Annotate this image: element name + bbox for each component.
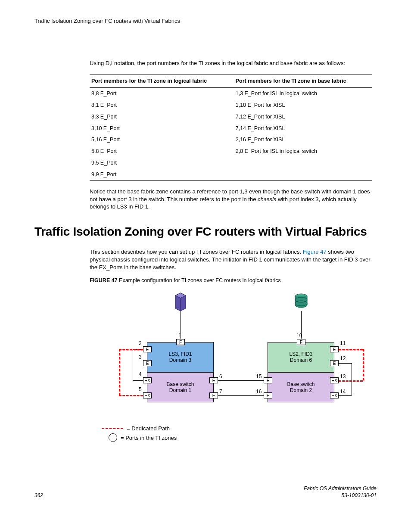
switch-base1: Base switch Domain 1 [147,372,214,402]
port-num: 1 [178,332,181,339]
port-e: E [209,392,218,398]
port-num: 7 [219,388,222,395]
table-row: 8,8 F_Port1,3 E_Port for ISL in logical … [90,87,372,99]
doc-number: 53-1003130-01 [304,492,377,499]
table-row: 9,5 E_Port [90,157,372,169]
table-row: 3,10 E_Port7,14 E_Port for XISL [90,123,372,134]
table-row: 5,16 E_Port2,16 E_Port for XISL [90,134,372,146]
initiator-icon [172,291,189,312]
port-num: 14 [340,388,346,395]
intro-paragraph: Using D,I notation, the port numbers for… [90,59,372,67]
page-footer: 362 Fabric OS Administrators Guide 53-10… [34,485,377,499]
running-header: Traffic Isolation Zoning over FC routers… [34,17,377,25]
port-e: E [209,377,218,383]
port-ex: EX [330,392,339,398]
port-num: 4 [139,371,142,378]
port-e: E [264,377,272,383]
port-num: 12 [340,355,346,362]
table-header-right: Port members for the TI zone in base fab… [234,75,372,88]
section-paragraph: This section describes how you can set u… [90,248,372,271]
port-e: E [330,360,339,366]
notice-paragraph: Notice that the base fabric zone contain… [90,188,372,211]
target-icon [293,291,310,312]
port-ex: EX [143,392,152,398]
figure-caption: FIGURE 47 Example configuration for TI z… [90,277,372,284]
table-row: 3,3 E_Port7,12 E_Port for XISL [90,111,372,123]
port-e: E [264,392,272,398]
port-num: 16 [256,388,262,395]
port-num: 2 [139,340,142,347]
table-row: 5,8 E_Port2,8 E_Port for ISL in logical … [90,146,372,157]
port-ex: EX [330,377,339,383]
port-e: E [143,360,152,366]
port-f: F [297,339,305,345]
table-header-left: Port members for the TI zone in logical … [90,75,234,88]
page-number: 362 [34,492,43,499]
port-ex: EX [143,377,152,383]
legend-dash-icon [102,428,123,429]
port-num: 3 [139,354,142,361]
table-row: 9,9 F_Port [90,169,372,180]
port-e: E [330,346,339,352]
section-heading: Traffic Isolation Zoning over FC routers… [34,224,377,240]
port-num: 15 [256,373,262,380]
figure-47: LS3, FID1 Domain 3 Base switch Domain 1 … [102,291,360,468]
ti-zone-table: Port members for the TI zone in logical … [90,75,372,181]
port-num: 6 [219,373,222,380]
port-f: F [176,339,185,345]
figure-link[interactable]: Figure 47 [303,249,327,255]
switch-ls3: LS3, FID1 Domain 3 [147,342,214,372]
port-num: 10 [296,332,302,339]
table-row: 8,1 E_Port1,10 E_Port for XISL [90,100,372,111]
doc-title: Fabric OS Administrators Guide [304,485,377,492]
figure-legend: = Dedicated Path = Ports in the TI zones [102,425,177,468]
switch-ls2: LS2, FID3 Domain 6 [268,342,334,372]
port-num: 11 [340,340,346,347]
port-num: 5 [139,386,142,393]
switch-base2: Base switch Domain 2 [268,372,334,402]
port-num: 13 [340,373,346,380]
port-e: E [143,346,152,352]
legend-circle-icon [109,433,117,442]
